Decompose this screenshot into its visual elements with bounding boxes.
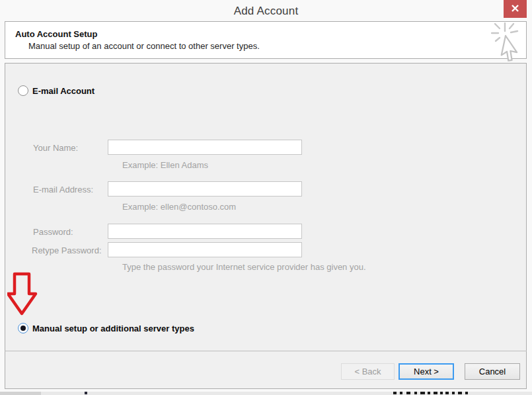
add-account-dialog: Add Account Auto Account Setup Manual se… [0, 0, 532, 395]
background-window-segment [0, 392, 41, 395]
radio-circle-unselected[interactable] [18, 85, 28, 96]
background-window-mark [85, 392, 87, 394]
email-address-input [108, 181, 302, 197]
radio-circle-selected[interactable] [18, 323, 28, 333]
cursor-click-sparkle-icon [491, 22, 528, 62]
background-window-text-fragments [392, 392, 471, 395]
radio-manual-setup-label: Manual setup or additional server types [32, 324, 194, 333]
back-button: < Back [341, 363, 395, 380]
your-name-label: Your Name: [33, 143, 78, 153]
footer-divider [5, 351, 527, 351]
title-bar: Add Account [0, 0, 532, 21]
next-button[interactable]: Next > [399, 363, 454, 380]
radio-email-account-label: E-mail Account [32, 86, 95, 96]
your-name-hint: Example: Ellen Adams [122, 160, 208, 170]
red-down-arrow-annotation [7, 272, 38, 317]
wizard-header-subtitle: Manual setup of an account or connect to… [28, 41, 260, 51]
wizard-header: Auto Account Setup Manual setup of an ac… [5, 21, 527, 59]
password-input [108, 224, 302, 239]
close-icon [511, 3, 519, 15]
radio-manual-setup[interactable]: Manual setup or additional server types [18, 323, 194, 333]
retype-password-label: Retype Password: [32, 245, 102, 255]
your-name-input [108, 140, 302, 155]
wizard-header-title: Auto Account Setup [15, 29, 97, 39]
retype-password-input [108, 242, 302, 257]
close-button[interactable] [504, 0, 527, 18]
password-hint: Type the password your Internet service … [122, 262, 366, 272]
background-window-sliver [0, 392, 532, 395]
radio-email-account[interactable]: E-mail Account [18, 85, 95, 96]
window-title: Add Account [0, 5, 532, 18]
email-address-hint: Example: ellen@contoso.com [122, 202, 236, 212]
cancel-button[interactable]: Cancel [465, 363, 520, 380]
password-label: Password: [33, 227, 73, 237]
email-address-label: E-mail Address: [33, 185, 93, 195]
